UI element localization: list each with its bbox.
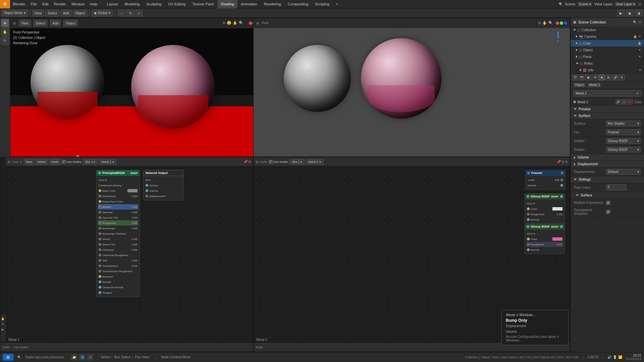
tab-shading[interactable]: Shading	[217, 0, 237, 8]
taskbar-files[interactable]: 📁	[71, 354, 77, 361]
mat-delete-btn[interactable]: ✕	[628, 99, 633, 105]
material-dropdown-left[interactable]: Metal 2▾	[99, 159, 116, 165]
prop-icon-scene[interactable]: 🎬	[572, 74, 578, 80]
preview-section[interactable]: Preview	[571, 106, 644, 113]
stats-label: Collection | Object | Verts:1,460 Faces:…	[465, 356, 579, 359]
use-nodes-checkbox-right[interactable]: ✓	[269, 160, 273, 164]
prop-icon-view[interactable]: 👁	[592, 74, 598, 80]
node-tool-right[interactable]: ▶	[1, 327, 5, 331]
outliner-item-camera[interactable]: 📷 Camera 🔒 ▼	[571, 33, 644, 40]
rendered-btn[interactable]: ◉	[626, 10, 634, 16]
use-nodes-checkbox[interactable]: ✓	[62, 160, 66, 164]
shader2-dropdown[interactable]: Glossy BSDF▾	[606, 147, 641, 153]
outliner-item-cube[interactable]: ◻ Cube 🔒	[571, 40, 644, 47]
render-preview-btn[interactable]: ▶	[617, 10, 625, 16]
tab-modeling[interactable]: Modeling	[121, 0, 143, 8]
mat-link-btn[interactable]: 🔗	[615, 99, 621, 105]
prop-icon-render[interactable]: 📷	[579, 74, 585, 80]
node-side-icons: ✋ ✛ ▶	[0, 314, 6, 342]
taskbar-steam[interactable]: S	[87, 354, 94, 361]
outliner-item-refes[interactable]: ◻ Refes	[571, 60, 644, 67]
menu-window[interactable]: Window	[69, 0, 87, 8]
settings-section[interactable]: Settings	[571, 176, 644, 183]
node-fresnel[interactable]: Fresnel 1.450 IOR Normal	[525, 170, 566, 190]
multiple-importance-checkbox[interactable]: ✓	[606, 201, 610, 205]
tab-compositing[interactable]: Compositing	[284, 0, 312, 8]
viewport-3d[interactable]: ▤ View Select Add Object ⊞ 😊 ✋ 🔍	[10, 18, 263, 157]
menu-render[interactable]: Render	[51, 0, 69, 8]
hand-tool[interactable]: ✋	[1, 28, 9, 36]
object-label[interactable]: Object	[573, 83, 586, 87]
tab-rendering[interactable]: Rendering	[261, 0, 284, 8]
node-glossy1[interactable]: Glossy BSDF BSDF GGX ▾ Color Roughness0.…	[525, 193, 565, 224]
node-select-btn[interactable]: Select	[35, 159, 48, 165]
surface-dropdown[interactable]: Mix Shader▾	[606, 121, 641, 126]
tab-animation[interactable]: Animation	[237, 0, 261, 8]
tab-sculpting[interactable]: Sculpting	[143, 0, 165, 8]
global-dropdown[interactable]: ◉Global▾	[92, 10, 113, 16]
node-node-btn[interactable]: Node	[49, 159, 60, 165]
shader1-dropdown[interactable]: Glossy BSDF▾	[606, 138, 641, 144]
mat-copy-btn[interactable]: ◻	[622, 99, 627, 105]
material2-label[interactable]: Metal 2	[588, 83, 601, 87]
prop-icon-object[interactable]: ⊞	[605, 74, 611, 80]
object-btn[interactable]: Object	[73, 10, 87, 16]
rotate-tool[interactable]: ↻	[1, 37, 9, 45]
transform-btn[interactable]: ↔	[118, 10, 126, 16]
scale-btn[interactable]: ⤢	[135, 10, 143, 16]
view-layer-dropdown[interactable]: View Layer ▾	[614, 2, 636, 6]
shading-toggle[interactable]: ◑	[635, 10, 643, 16]
outliner-item-object[interactable]: ◻ Object ▼	[571, 47, 644, 53]
outliner-item-plane[interactable]: ◻ Plane ▼	[571, 53, 644, 60]
transparent-shadows-checkbox[interactable]: ✓	[606, 210, 610, 214]
tab-add[interactable]: +	[333, 0, 341, 8]
fac-dropdown[interactable]: Fresnel▾	[606, 129, 641, 135]
principled-speculartint: Specular Tint	[102, 216, 118, 219]
tab-texture-paint[interactable]: Texture Paint	[189, 0, 217, 8]
displacement-section[interactable]: Displacement	[571, 161, 644, 168]
windows-logo[interactable]: ⊞	[3, 354, 13, 361]
pass-index-value[interactable]: 0	[606, 184, 626, 190]
surface-sub-section[interactable]: Surface	[571, 192, 644, 199]
cursor-tool[interactable]: ✛	[1, 19, 9, 27]
node-canvas-left[interactable]: PrincipledBSDF BSDF GGX ▾ Christensen-Bu…	[6, 167, 253, 342]
viewport-collection-label: (2) Collection | Object	[13, 35, 45, 41]
prop-icon-material[interactable]: ●	[599, 74, 605, 80]
rotate-btn[interactable]: ↻	[127, 10, 134, 16]
select-btn[interactable]: Select	[45, 10, 59, 16]
slot-dropdown-right[interactable]: Slot 1▾	[289, 159, 305, 165]
object-mode-dropdown[interactable]: Object Mode▾	[1, 10, 28, 16]
volume-section[interactable]: Volume	[571, 154, 644, 161]
node-glossy2[interactable]: Glossy BSDF BSDF GGX ▾ Color Roughness0.…	[525, 224, 565, 254]
prop-icon-particles[interactable]: ✦	[619, 74, 625, 80]
node-fresnel-body: 1.450 IOR Normal	[525, 176, 566, 190]
taskbar-browser[interactable]: 🌐	[79, 354, 86, 361]
tab-scripting[interactable]: Scripting	[312, 0, 333, 8]
surface-section[interactable]: Surface	[571, 113, 644, 119]
outliner-item-refe[interactable]: 🖼 refe P	[571, 67, 644, 73]
viewport-canvas[interactable]: ✛	[10, 18, 263, 157]
prop-icon-constraint[interactable]: 🔗	[612, 74, 618, 80]
displacement-dropdown[interactable]: Default▾	[606, 169, 641, 175]
scene-dropdown[interactable]: Scene ▾	[578, 2, 592, 6]
view-btn[interactable]: View	[32, 10, 44, 16]
menu-help[interactable]: Help	[87, 0, 100, 8]
menu-edit[interactable]: Edit	[40, 0, 51, 8]
material-dropdown-right[interactable]: Metal 2▾	[306, 159, 323, 165]
tab-uv-editing[interactable]: UV Editing	[165, 0, 189, 8]
node-new-btn[interactable]: New	[24, 159, 34, 165]
taskbar-search[interactable]: Digite aqui para pesquisar	[25, 355, 64, 359]
outliner-item-collection[interactable]: ◻ Collection	[571, 26, 644, 33]
add-btn[interactable]: Add	[61, 10, 71, 16]
node-material-output-left[interactable]: Material Output All ▾ Surface Volume Dis…	[143, 170, 183, 200]
prop-icon-output[interactable]: ◉	[585, 74, 591, 80]
node-tool-hand[interactable]: ✋	[1, 317, 5, 321]
node-tool-crosshair[interactable]: ✛	[1, 322, 5, 326]
material-name-field[interactable]: Metal 2	[576, 92, 587, 95]
slot-dropdown[interactable]: Slot 1▾	[83, 159, 98, 165]
node-principled-bsdf[interactable]: PrincipledBSDF BSDF GGX ▾ Christensen-Bu…	[96, 170, 140, 297]
viewport-left-toolbar: ✛ ✋ ↻	[0, 18, 10, 157]
tab-layout[interactable]: Layout	[103, 0, 121, 8]
menu-file[interactable]: File	[28, 0, 40, 8]
menu-blender[interactable]: Blender	[10, 0, 28, 8]
